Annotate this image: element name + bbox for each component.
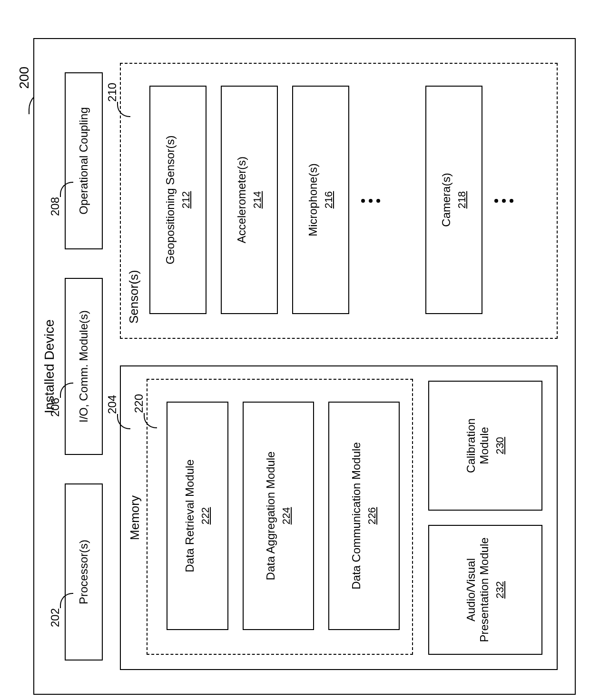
ref-230: 230	[494, 437, 506, 454]
processor-item: 202 Processor(s)	[65, 483, 103, 661]
ellipsis-1	[361, 199, 380, 203]
leader-204	[117, 414, 130, 429]
ref-232: 232	[494, 581, 506, 599]
data-communication-box: Data Communication Module 226	[328, 402, 400, 630]
memory-bottom-row: Audio/Visual Presentation Module 232 Cal…	[428, 381, 542, 655]
m1-label: Data Retrieval Module	[183, 459, 197, 572]
av-presentation-box: Audio/Visual Presentation Module 232	[428, 525, 542, 655]
processor-label: Processor(s)	[77, 540, 90, 604]
ref-206: 206	[49, 398, 62, 417]
ref-214: 214	[251, 191, 264, 209]
diagram-root: 200 Installed Device 202 Processor(s) 20…	[33, 38, 576, 695]
memory-box: Memory 204 220 Data Retrieval Module 222…	[120, 365, 558, 670]
ref-218: 218	[456, 191, 468, 209]
coupling-box: Operational Coupling	[65, 72, 103, 249]
io-box: I/O, Comm. Module(s)	[65, 278, 103, 455]
geopositioning-box: Geopositioning Sensor(s) 212	[149, 86, 206, 314]
ref-222: 222	[199, 507, 212, 525]
ellipsis-2	[494, 199, 513, 203]
ref-204: 204	[106, 395, 119, 414]
camera-box: Camera(s) 218	[425, 86, 482, 314]
sensors-title: Sensor(s)	[127, 270, 141, 324]
ref-208: 208	[49, 197, 62, 216]
leader-210	[117, 102, 130, 117]
calib-line1: Calibration	[464, 418, 478, 473]
ref-202: 202	[49, 608, 62, 627]
accelerometer-box: Accelerometer(s) 214	[221, 86, 278, 314]
s3-label: Microphone(s)	[306, 163, 320, 236]
ref-216: 216	[323, 191, 335, 209]
data-aggregation-box: Data Aggregation Module 224	[243, 402, 314, 630]
sensors-dashed-group: 210 Sensor(s) Geopositioning Sensor(s) 2…	[120, 63, 558, 339]
leader-208	[60, 182, 73, 197]
leader-220	[144, 413, 157, 428]
device-title: Installed Device	[42, 39, 57, 694]
coupling-label: Operational Coupling	[77, 107, 90, 214]
calibration-box: Calibration Module 230	[428, 381, 542, 511]
ref-212: 212	[180, 191, 192, 209]
microphone-box: Microphone(s) 216	[292, 86, 349, 314]
leader-206	[60, 383, 73, 398]
installed-device-box: Installed Device 202 Processor(s) 206 I/…	[33, 38, 576, 695]
ref-210: 210	[106, 83, 119, 102]
coupling-item: 208 Operational Coupling	[65, 72, 103, 249]
ref-220: 220	[132, 394, 146, 413]
ref-226: 226	[366, 507, 378, 525]
top-row: 202 Processor(s) 206 I/O, Comm. Module(s…	[65, 72, 103, 661]
s1-label: Geopositioning Sensor(s)	[164, 136, 177, 265]
calib-line2: Module	[478, 427, 491, 464]
io-item: 206 I/O, Comm. Module(s)	[65, 278, 103, 455]
ref-224: 224	[280, 507, 293, 525]
memory-dashed-group: 220 Data Retrieval Module 222 Data Aggre…	[147, 379, 413, 655]
av-line2: Presentation Module	[478, 537, 491, 642]
processor-box: Processor(s)	[65, 483, 103, 661]
av-line1: Audio/Visual	[464, 558, 478, 621]
s2-label: Accelerometer(s)	[235, 157, 248, 244]
io-label: I/O, Comm. Module(s)	[77, 310, 90, 423]
leader-202	[60, 593, 73, 608]
s4-label: Camera(s)	[440, 173, 453, 227]
data-retrieval-box: Data Retrieval Module 222	[167, 402, 228, 630]
m3-label: Data Communication Module	[350, 442, 363, 589]
ref-200: 200	[17, 67, 32, 89]
m2-label: Data Aggregation Module	[264, 452, 277, 581]
